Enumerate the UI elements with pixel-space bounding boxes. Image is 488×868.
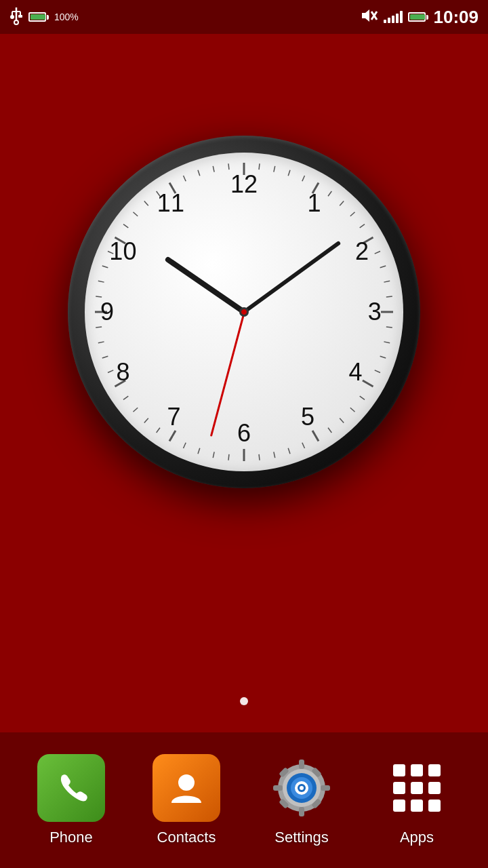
status-bar: 100% 10:09 [0, 0, 488, 34]
settings-icon [268, 754, 336, 822]
dock-item-phone[interactable]: Phone [24, 754, 119, 846]
signal-bars [384, 11, 403, 23]
svg-point-6 [14, 20, 18, 24]
svg-point-70 [178, 774, 195, 791]
page-dot-active [240, 697, 248, 705]
battery-percent: 100% [54, 12, 79, 22]
svg-rect-5 [18, 15, 22, 18]
clock-outer: 12 1 2 3 4 5 6 7 8 9 10 11 [68, 136, 420, 488]
hands-container [85, 153, 403, 471]
svg-rect-74 [299, 807, 304, 816]
svg-rect-76 [321, 785, 330, 791]
svg-point-85 [300, 786, 304, 790]
settings-label: Settings [274, 829, 329, 846]
clock-widget[interactable]: 12 1 2 3 4 5 6 7 8 9 10 11 [54, 68, 434, 556]
minute-hand [243, 241, 341, 314]
svg-point-4 [10, 15, 14, 19]
status-right: 10:09 [359, 7, 479, 28]
phone-label: Phone [49, 829, 93, 846]
mute-icon [359, 7, 378, 26]
page-indicator [240, 697, 248, 705]
battery-icon [28, 12, 49, 22]
status-time: 10:09 [434, 7, 479, 28]
svg-marker-7 [362, 9, 369, 22]
svg-rect-73 [299, 760, 304, 769]
center-dot [239, 307, 249, 317]
usb-icon [9, 6, 23, 28]
second-hand [209, 312, 245, 437]
svg-rect-75 [273, 785, 283, 791]
battery-icon-right [408, 12, 428, 22]
dock: Phone Contacts [0, 732, 488, 868]
clock-face: 12 1 2 3 4 5 6 7 8 9 10 11 [85, 153, 403, 471]
apps-icon [383, 754, 451, 822]
dock-item-apps[interactable]: Apps [369, 754, 464, 846]
contacts-icon [152, 754, 220, 822]
hour-hand [164, 256, 245, 314]
phone-icon [37, 754, 105, 822]
status-left: 100% [9, 6, 79, 28]
dock-item-settings[interactable]: Settings [254, 754, 349, 846]
dock-item-contacts[interactable]: Contacts [139, 754, 234, 846]
apps-label: Apps [400, 829, 434, 846]
contacts-label: Contacts [157, 829, 216, 846]
